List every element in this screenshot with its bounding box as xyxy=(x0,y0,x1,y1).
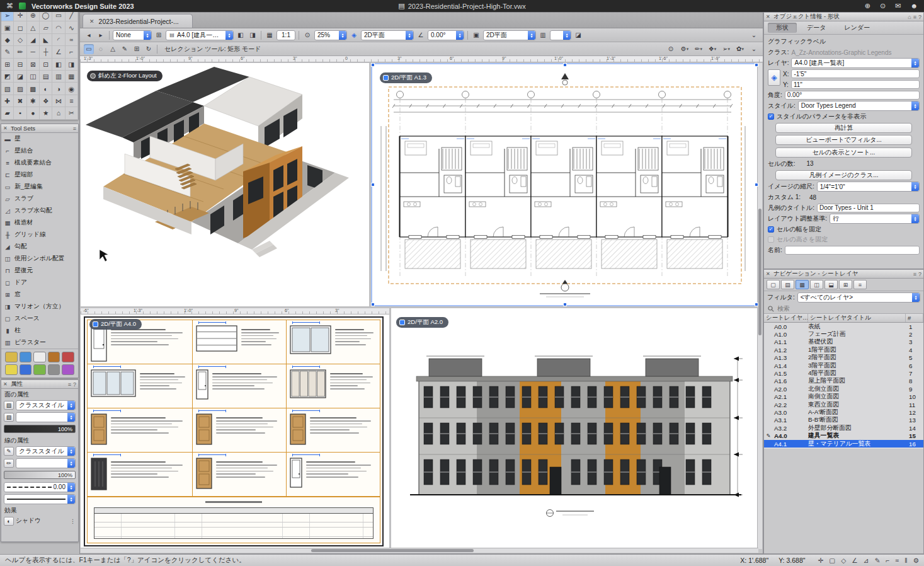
render-tool-icon[interactable] xyxy=(48,364,60,375)
status-tool-icon[interactable]: ⌐ xyxy=(886,557,889,564)
sheet-layer-row[interactable]: A2.2東西立面図11 xyxy=(764,401,923,408)
viewbar-overflow-icon[interactable]: ⌄ xyxy=(749,30,759,40)
fill-color-icon[interactable]: ▧ xyxy=(4,413,14,422)
toolset-item[interactable]: ▭新_壁編集 xyxy=(1,181,78,193)
legend-image-class-button[interactable]: 凡例イメージのクラス... xyxy=(775,170,912,180)
basic-tool-icon[interactable]: ⊟ xyxy=(14,59,26,71)
home-icon[interactable]: ⌂ xyxy=(908,14,911,20)
toolset-item[interactable]: ◿スラブ水勾配 xyxy=(1,205,78,217)
sheet-layer-row[interactable]: ✎A4.0建具一覧表15 xyxy=(764,432,923,439)
x-coordinate-field[interactable] xyxy=(791,69,920,78)
fit-view-icon[interactable]: ⊙ xyxy=(666,44,676,54)
status-tool-icon[interactable]: ≈ xyxy=(895,557,899,564)
line-dash-dropdown[interactable]: 0.00 xyxy=(4,482,76,492)
basic-tool-icon[interactable]: ⊞ xyxy=(1,59,14,71)
basic-tool-icon[interactable]: ┼ xyxy=(40,46,52,58)
app-name[interactable]: Vectorworks Design Suite 2023 xyxy=(31,3,134,10)
sheet-layer-row[interactable]: A1.32階平面図5 xyxy=(764,354,923,362)
render-tool-icon[interactable] xyxy=(20,364,32,375)
scale-icon[interactable]: ▦ xyxy=(265,30,275,40)
column-index[interactable]: # xyxy=(906,314,923,322)
palette-menu-icon[interactable]: ≡ xyxy=(68,381,71,388)
render-tool-icon[interactable] xyxy=(5,352,18,362)
basic-tool-icon[interactable]: ∿ xyxy=(66,21,78,33)
basic-tool-icon[interactable]: ▩ xyxy=(27,83,40,95)
angle-field[interactable] xyxy=(785,91,920,100)
sheet-layer-row[interactable]: A1.54階平面図7 xyxy=(764,369,923,377)
marquee-lasso-mode-icon[interactable]: ◌ xyxy=(96,44,106,54)
basic-tool-icon[interactable]: ◆ xyxy=(1,34,14,46)
legend-title-field[interactable] xyxy=(817,204,920,212)
fill-style-dropdown[interactable]: クラススタイル xyxy=(16,400,76,410)
render-tool-icon[interactable] xyxy=(62,352,74,362)
layer-filter-dropdown[interactable]: <すべてのレイヤ> xyxy=(797,292,920,303)
rotation-icon[interactable]: ∠ xyxy=(416,30,426,40)
toolset-item[interactable]: ▢スペース xyxy=(1,313,78,325)
classes-mode-icon[interactable]: ▢ xyxy=(767,280,780,289)
basic-tool-icon[interactable]: ✚ xyxy=(1,95,14,107)
status-tool-icon[interactable]: ⊿ xyxy=(864,557,869,564)
cell-sort-button[interactable]: セルの表示とソート... xyxy=(775,147,912,158)
palette-menu-icon[interactable]: ≡ xyxy=(73,125,76,132)
basic-tool-icon[interactable]: ⌂ xyxy=(52,107,65,119)
basic-tool-icon[interactable]: ∠ xyxy=(52,46,65,58)
sheet-layer-row[interactable]: A2.0北側立面図9 xyxy=(764,385,923,393)
projection-icon[interactable]: ▣ xyxy=(471,30,481,40)
viewport-label-schedule[interactable]: 2D/平面 A4.0 xyxy=(89,319,142,330)
sheet-layer-row[interactable]: A3.2外壁部分断面図14 xyxy=(764,424,923,432)
recalculate-button[interactable]: 再計算 xyxy=(775,123,912,133)
toolset-item[interactable]: ◻ドア xyxy=(1,277,78,289)
search-menu-icon[interactable]: ⊙ xyxy=(880,2,886,10)
image-scale-dropdown[interactable]: 1/4"=1'0" xyxy=(817,182,920,192)
basic-tool-icon[interactable]: ◉ xyxy=(66,83,78,95)
modebar-overflow-icon[interactable]: ⌄ xyxy=(749,44,759,54)
viewport-plan-pane[interactable]: 2D/平面 A1.3 xyxy=(371,63,758,306)
selection-handle[interactable] xyxy=(755,183,758,187)
sheet-layer-row[interactable]: A3.0A-A'断面図12 xyxy=(764,408,923,416)
document-tab[interactable]: ✕ 2023-Residential-Project-... xyxy=(83,14,193,28)
selection-handle[interactable] xyxy=(371,183,375,187)
pen-color-dropdown[interactable] xyxy=(16,458,76,468)
toolset-item[interactable]: ⊏壁端部 xyxy=(1,169,78,181)
clip-cube-icon[interactable]: ◪ xyxy=(573,30,583,40)
tab-data[interactable]: データ xyxy=(799,23,834,33)
pen-opacity-slider[interactable]: 100% xyxy=(4,471,76,479)
close-icon[interactable]: ✕ xyxy=(766,271,772,277)
help-icon[interactable]: ? xyxy=(918,271,921,277)
palette-menu-icon[interactable]: ≡ xyxy=(913,271,916,277)
toolset-item[interactable]: ⊞窓 xyxy=(1,289,78,301)
basic-tool-icon[interactable]: △ xyxy=(27,21,40,33)
sheet-layer-row[interactable]: A1.1基礎伏図3 xyxy=(764,338,923,346)
toolset-item[interactable]: ▥ピラスター xyxy=(1,337,78,349)
sheet-layer-table-header[interactable]: シートレイヤ… シートレイヤタイトル # xyxy=(764,314,923,323)
basic-tool-icon[interactable]: ◨ xyxy=(66,59,78,71)
status-tool-icon[interactable]: ⚙ xyxy=(913,557,919,564)
basic-tool-icon[interactable]: ▥ xyxy=(52,71,65,83)
rotation-dropdown[interactable]: 0.00° xyxy=(428,30,464,40)
basic-tool-icon[interactable]: ▦ xyxy=(66,71,78,83)
forward-icon[interactable]: ▸ xyxy=(96,30,106,40)
scrollbar-thumb[interactable] xyxy=(311,549,474,552)
previous-selection-icon[interactable]: ↻ xyxy=(144,44,154,54)
history-mode-icon[interactable]: ≡ xyxy=(853,280,867,289)
pen-style-icon[interactable]: ✎ xyxy=(4,447,14,456)
toolset-item[interactable]: ◨マリオン（方立） xyxy=(1,301,78,313)
style-dropdown[interactable]: Door Types Legend xyxy=(798,101,920,111)
basic-tool-icon[interactable]: ✱ xyxy=(27,95,40,107)
zoom-menu-icon[interactable]: ⊕ xyxy=(865,2,870,10)
net-select-mode-icon[interactable]: ⊞ xyxy=(132,44,142,54)
saved-views-mode-icon[interactable]: ⬓ xyxy=(824,280,838,289)
sheet-layer-row[interactable]: A1.0フェーズ計画2 xyxy=(764,330,923,338)
horizontal-ruler[interactable]: 1'-3"1'-0"9"6"3"03"6"9"1'-0"1'-3"1'-6"1'… xyxy=(80,56,763,62)
status-tool-icon[interactable]: ▢ xyxy=(829,557,835,564)
basic-tool-icon[interactable]: ◇ xyxy=(14,34,26,46)
marquee-polygon-mode-icon[interactable]: △ xyxy=(108,44,118,54)
basic-tool-icon[interactable]: ✎ xyxy=(1,46,14,58)
basic-tool-icon[interactable]: ▨ xyxy=(14,83,26,95)
y-coordinate-field[interactable] xyxy=(791,80,920,89)
basic-tool-icon[interactable]: ⌐ xyxy=(66,46,78,58)
object-info-titlebar[interactable]: ✕ オブジェクト情報 - 形状 ⌂ ≡ ? xyxy=(764,13,923,21)
selection-handle[interactable] xyxy=(563,303,567,306)
fill-style-icon[interactable]: ▨ xyxy=(4,401,14,410)
basic-tool-icon[interactable]: ▪ xyxy=(14,107,26,119)
